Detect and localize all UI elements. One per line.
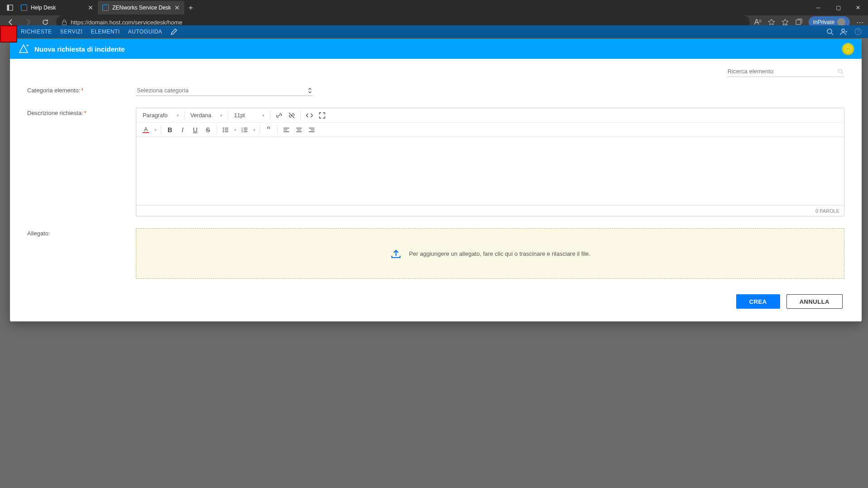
favicon-icon: [102, 5, 109, 11]
maximize-button[interactable]: ▢: [828, 0, 848, 15]
modal-title: Nuova richiesta di incidente: [34, 45, 125, 53]
separator: [184, 111, 185, 120]
category-select[interactable]: Seleziona categoria: [136, 85, 313, 96]
chevron-down-icon: ▾: [262, 113, 265, 118]
text-color-dropdown[interactable]: ▾: [153, 124, 158, 136]
chevron-down-icon: ▾: [220, 113, 222, 118]
collapse-button[interactable]: [842, 43, 854, 55]
separator: [300, 111, 301, 120]
nav-richieste[interactable]: RICHIESTE: [21, 29, 52, 35]
attachment-dropzone[interactable]: Per aggiungere un allegato, fare clic qu…: [136, 228, 844, 279]
browser-chrome: Help Desk ✕ ZENworks Service Desk ✕ ＋ ─ …: [0, 0, 868, 25]
svg-line-6: [831, 33, 833, 35]
search-icon[interactable]: [826, 28, 834, 35]
nav-servizi[interactable]: SERVIZI: [60, 29, 83, 35]
block-format-select[interactable]: Paragrafo▾: [140, 112, 182, 119]
underline-icon[interactable]: U: [189, 124, 201, 136]
separator: [228, 111, 228, 120]
quote-icon[interactable]: “: [263, 124, 275, 136]
block-format-value: Paragrafo: [143, 112, 168, 119]
align-center-icon[interactable]: [293, 124, 305, 136]
font-size-value: 11pt: [234, 112, 245, 119]
element-search[interactable]: [727, 66, 844, 77]
description-label: Descrizione richiesta:*: [27, 108, 136, 116]
align-right-icon[interactable]: [306, 124, 318, 136]
search-icon: [838, 68, 844, 74]
link-icon[interactable]: [273, 110, 285, 121]
minimize-button[interactable]: ─: [808, 0, 828, 15]
tab-bar: Help Desk ✕ ZENworks Service Desk ✕ ＋ ─ …: [0, 0, 868, 15]
user-menu-icon[interactable]: [840, 28, 848, 35]
text-color-icon[interactable]: A: [140, 124, 152, 136]
attachment-label-text: Allegato:: [27, 230, 50, 237]
incident-icon: +: [17, 43, 30, 55]
editor-textarea[interactable]: [136, 137, 844, 205]
category-row: Categoria elemento:* Seleziona categoria: [27, 85, 844, 96]
font-family-value: Verdana: [190, 112, 212, 119]
svg-point-13: [223, 127, 224, 128]
svg-rect-1: [7, 5, 9, 10]
url-text: https://domain.host.com/servicedesk/home: [71, 19, 182, 26]
inprivate-label: InPrivate: [813, 19, 834, 25]
tab-title: ZENworks Service Desk: [112, 5, 171, 11]
bullet-list-dropdown[interactable]: ▾: [232, 124, 238, 136]
browser-tab[interactable]: Help Desk ✕: [16, 1, 98, 14]
close-window-button[interactable]: ✕: [848, 0, 868, 15]
tab-actions-icon[interactable]: [4, 1, 16, 14]
chevron-down-icon: ▾: [177, 113, 179, 118]
numbered-list-icon[interactable]: 123: [239, 124, 251, 136]
attachment-hint: Per aggiungere un allegato, fare clic qu…: [409, 250, 590, 257]
upload-icon: [390, 248, 402, 259]
svg-point-14: [223, 129, 224, 130]
italic-icon[interactable]: I: [177, 124, 188, 136]
lock-icon: [62, 19, 67, 25]
close-tab-icon[interactable]: ✕: [88, 4, 93, 11]
app-top-nav: RICHIESTE SERVIZI ELEMENTI AUTOGUIDA ?: [0, 25, 868, 38]
close-tab-icon[interactable]: ✕: [174, 4, 180, 11]
tab-title: Help Desk: [31, 5, 56, 11]
compose-icon[interactable]: [170, 28, 178, 35]
cancel-button[interactable]: ANNULLA: [786, 294, 843, 309]
svg-rect-4: [796, 20, 800, 24]
attachment-label: Allegato:: [27, 228, 136, 237]
attachment-row: Allegato: Per aggiungere un allegato, fa…: [27, 228, 844, 279]
category-placeholder: Seleziona categoria: [137, 87, 188, 94]
align-left-icon[interactable]: [280, 124, 292, 136]
word-count: 0 PAROLE: [815, 208, 839, 214]
bold-icon[interactable]: B: [164, 124, 176, 136]
svg-point-11: [839, 69, 842, 73]
modal-header: + Nuova richiesta di incidente: [10, 39, 862, 59]
help-icon[interactable]: ?: [854, 28, 862, 35]
fullscreen-icon[interactable]: [316, 110, 328, 121]
search-input[interactable]: [728, 68, 838, 75]
editor-toolbar-1: Paragrafo▾ Verdana▾ 11pt▾: [136, 108, 844, 123]
new-tab-button[interactable]: ＋: [184, 1, 197, 14]
svg-text:+: +: [26, 43, 29, 48]
bullet-list-icon[interactable]: [220, 124, 231, 136]
font-family-select[interactable]: Verdana▾: [188, 112, 226, 119]
favorites-icon[interactable]: [781, 19, 789, 26]
font-size-select[interactable]: 11pt▾: [231, 112, 267, 119]
strikethrough-icon[interactable]: S: [202, 124, 214, 136]
separator: [217, 125, 217, 134]
description-label-text: Descrizione richiesta:: [27, 110, 83, 116]
svg-rect-2: [63, 22, 67, 25]
unlink-icon[interactable]: [286, 110, 298, 121]
separator: [260, 125, 260, 134]
annotation-marker: [0, 25, 17, 43]
separator: [277, 125, 278, 134]
numbered-list-dropdown[interactable]: ▾: [251, 124, 257, 136]
description-row: Descrizione richiesta:* Paragrafo▾ Verda…: [27, 108, 844, 216]
create-button[interactable]: CREA: [736, 294, 780, 309]
required-marker: *: [81, 87, 83, 94]
nav-right: ?: [826, 28, 862, 35]
nav-elementi[interactable]: ELEMENTI: [91, 29, 120, 35]
category-label-text: Categoria elemento:: [27, 87, 80, 94]
browser-tab[interactable]: ZENworks Service Desk ✕: [98, 1, 184, 14]
window-controls: ─ ▢ ✕: [808, 0, 868, 15]
collections-icon[interactable]: [795, 19, 802, 26]
nav-autoguida[interactable]: AUTOGUIDA: [128, 29, 163, 35]
code-icon[interactable]: [304, 110, 315, 121]
favorites-star-icon[interactable]: [768, 19, 775, 26]
svg-point-7: [842, 29, 844, 32]
